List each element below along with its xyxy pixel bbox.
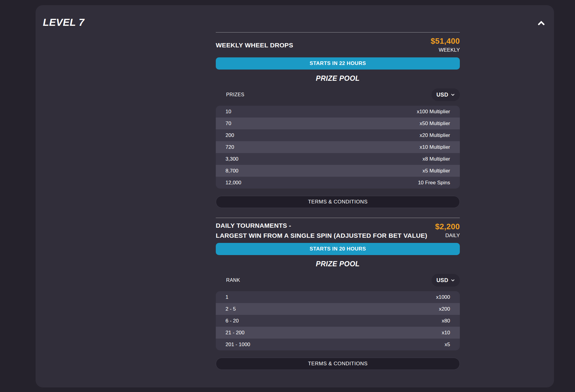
level-card: LEVEL 7 WEEKLY WHEEL DROPS $51,400 WEEKL… bbox=[36, 5, 554, 387]
prize-pool-heading: PRIZE POOL bbox=[216, 260, 460, 268]
prize-pool-heading: PRIZE POOL bbox=[216, 75, 460, 82]
prize-summary: $2,200 DAILY bbox=[435, 222, 460, 239]
table-row: 2 - 5x200 bbox=[216, 303, 460, 315]
currency-selector[interactable]: USD bbox=[432, 274, 460, 287]
chevron-down-icon bbox=[451, 278, 455, 282]
starts-in-banner: STARTS IN 20 HOURS bbox=[216, 243, 460, 255]
row-prize: x200 bbox=[439, 306, 450, 312]
row-prize: x8 Multiplier bbox=[422, 156, 450, 162]
prize-period: WEEKLY bbox=[431, 47, 460, 53]
terms-conditions-button[interactable]: TERMS & CONDITIONS bbox=[216, 196, 460, 208]
table-row: 201 - 1000x5 bbox=[216, 339, 460, 350]
section-subtitle: LARGEST WIN FROM A SINGLE SPIN (ADJUSTED… bbox=[216, 230, 398, 240]
row-prize: x10 Multiplier bbox=[420, 144, 450, 150]
row-rank: 201 - 1000 bbox=[226, 342, 250, 348]
section-title: WEEKLY WHEEL DROPS bbox=[216, 40, 293, 50]
table-row: 10x100 Multiplier bbox=[216, 106, 460, 118]
table-row: 70x50 Multiplier bbox=[216, 118, 460, 129]
row-prize: x1000 bbox=[436, 294, 450, 300]
section-title: DAILY TOURNAMENTS - bbox=[216, 220, 398, 230]
table-row: 8,700x5 Multiplier bbox=[216, 165, 460, 177]
row-prize: x20 Multiplier bbox=[420, 132, 450, 138]
prize-amount: $51,400 bbox=[431, 36, 460, 46]
row-rank: 3,300 bbox=[226, 156, 239, 162]
row-prize: x5 Multiplier bbox=[422, 168, 450, 174]
starts-in-banner: STARTS IN 22 HOURS bbox=[216, 57, 460, 70]
table-label-row: RANK USD bbox=[216, 274, 460, 287]
prize-table: 10x100 Multiplier70x50 Multiplier200x20 … bbox=[216, 106, 460, 189]
section-header: DAILY TOURNAMENTS - LARGEST WIN FROM A S… bbox=[216, 218, 460, 243]
card-content: WEEKLY WHEEL DROPS $51,400 WEEKLY STARTS… bbox=[216, 5, 460, 370]
chevron-up-icon bbox=[537, 19, 545, 27]
row-rank: 8,700 bbox=[226, 168, 239, 174]
row-rank: 6 - 20 bbox=[226, 318, 239, 324]
row-rank: 70 bbox=[226, 121, 231, 127]
table-row: 3,300x8 Multiplier bbox=[216, 153, 460, 165]
column-label: PRIZES bbox=[226, 92, 244, 97]
section-titles: WEEKLY WHEEL DROPS bbox=[216, 40, 293, 50]
table-label-row: PRIZES USD bbox=[216, 88, 460, 101]
row-rank: 10 bbox=[226, 109, 231, 115]
column-label: RANK bbox=[226, 278, 240, 283]
prize-amount: $2,200 bbox=[435, 222, 460, 231]
collapse-button[interactable] bbox=[535, 17, 548, 30]
section-titles: DAILY TOURNAMENTS - LARGEST WIN FROM A S… bbox=[216, 220, 398, 240]
prize-summary: $51,400 WEEKLY bbox=[431, 36, 460, 53]
table-row: 1x1000 bbox=[216, 291, 460, 303]
level-title: LEVEL 7 bbox=[43, 17, 84, 28]
table-row: 21 - 200x10 bbox=[216, 327, 460, 339]
row-prize: 10 Free Spins bbox=[418, 180, 450, 186]
row-prize: x10 bbox=[442, 330, 450, 336]
rank-table: 1x10002 - 5x2006 - 20x8021 - 200x10201 -… bbox=[216, 291, 460, 350]
table-row: 12,00010 Free Spins bbox=[216, 177, 460, 189]
table-row: 720x10 Multiplier bbox=[216, 141, 460, 153]
row-prize: x100 Multiplier bbox=[417, 109, 450, 115]
row-prize: x50 Multiplier bbox=[420, 121, 450, 127]
currency-selector[interactable]: USD bbox=[432, 88, 460, 101]
row-prize: x80 bbox=[442, 318, 450, 324]
section-header: WEEKLY WHEEL DROPS $51,400 WEEKLY bbox=[216, 32, 460, 57]
row-rank: 1 bbox=[226, 294, 228, 300]
chevron-down-icon bbox=[451, 93, 455, 97]
row-rank: 720 bbox=[226, 144, 234, 150]
row-prize: x5 bbox=[445, 342, 450, 348]
tournament-section-daily: DAILY TOURNAMENTS - LARGEST WIN FROM A S… bbox=[216, 218, 460, 370]
table-row: 6 - 20x80 bbox=[216, 315, 460, 327]
currency-value: USD bbox=[436, 92, 448, 98]
row-rank: 2 - 5 bbox=[226, 306, 236, 312]
tournament-section-weekly: WEEKLY WHEEL DROPS $51,400 WEEKLY STARTS… bbox=[216, 32, 460, 208]
table-row: 200x20 Multiplier bbox=[216, 129, 460, 141]
currency-value: USD bbox=[436, 277, 448, 284]
terms-conditions-button[interactable]: TERMS & CONDITIONS bbox=[216, 358, 460, 370]
row-rank: 200 bbox=[226, 132, 234, 138]
row-rank: 12,000 bbox=[226, 180, 241, 186]
row-rank: 21 - 200 bbox=[226, 330, 244, 336]
prize-period: DAILY bbox=[435, 232, 460, 239]
